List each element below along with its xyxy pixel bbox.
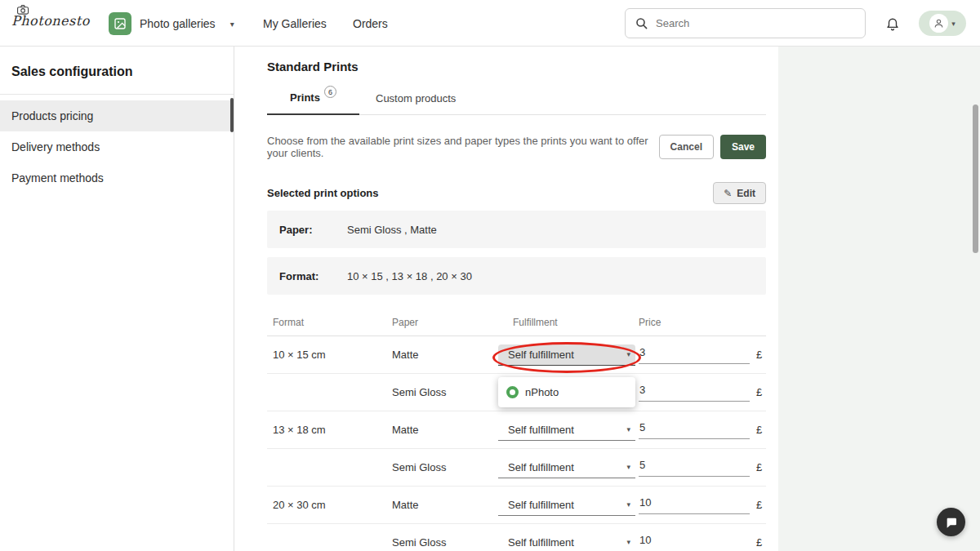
tab-custom-products-label: Custom products — [376, 92, 456, 104]
nav-orders[interactable]: Orders — [353, 17, 388, 30]
caret-down-icon: ▾ — [626, 463, 630, 471]
caret-down-icon: ▾ — [626, 350, 630, 358]
description-text: Choose from the available print sizes an… — [267, 135, 655, 159]
selected-options-header: Selected print options ✎ Edit — [267, 182, 766, 204]
tab-bar: Prints 6 Custom products — [267, 82, 766, 115]
person-icon — [933, 18, 944, 29]
fulfillment-select[interactable]: Self fulfillment ▾ — [498, 420, 635, 441]
active-item-indicator — [230, 98, 234, 132]
sidebar-item-products-pricing[interactable]: Products pricing — [0, 100, 234, 131]
paper-cell: Matte — [386, 424, 498, 436]
paper-cell: Matte — [386, 499, 498, 511]
paper-label: Paper: — [279, 224, 347, 236]
caret-down-icon: ▾ — [626, 538, 630, 546]
fulfillment-value: Self fulfillment — [508, 499, 574, 511]
fulfillment-select[interactable]: Self fulfillment ▾ — [498, 532, 635, 551]
col-header-fulfillment: Fulfillment — [498, 317, 639, 328]
edit-button[interactable]: ✎ Edit — [713, 182, 766, 204]
chevron-down-icon: ▾ — [230, 20, 234, 29]
account-menu-button[interactable]: ▾ — [919, 11, 966, 36]
nphoto-icon — [506, 386, 519, 398]
fulfillment-value: Self fulfillment — [508, 461, 574, 473]
table-row: 10 × 15 cm Matte Self fulfillment ▾ nPho… — [267, 336, 766, 374]
sidebar-item-payment-methods[interactable]: Payment methods — [0, 162, 234, 193]
controls-row: Choose from the available print sizes an… — [267, 135, 766, 159]
sidebar: Sales configuration Products pricing Del… — [0, 47, 234, 551]
currency-label: £ — [756, 536, 762, 549]
gallery-switcher[interactable]: Photo galleries ▾ — [109, 11, 234, 36]
col-header-paper: Paper — [386, 317, 498, 328]
dropdown-option-label: nPhoto — [525, 386, 559, 398]
cancel-button[interactable]: Cancel — [659, 135, 714, 159]
paper-cell: Semi Gloss — [386, 386, 498, 398]
avatar — [929, 14, 948, 33]
search-box[interactable] — [625, 8, 866, 38]
paper-summary-row: Paper: Semi Gloss , Matte — [267, 211, 766, 248]
col-header-format: Format — [267, 317, 386, 328]
fulfillment-dropdown-menu: nPhoto — [498, 377, 635, 407]
format-cell: 10 × 15 cm — [267, 349, 386, 361]
top-bar: Photonesto Photo galleries ▾ My Gallerie… — [0, 0, 980, 47]
tab-prints[interactable]: Prints 6 — [267, 82, 359, 115]
caret-down-icon: ▾ — [626, 425, 630, 433]
search-input[interactable] — [656, 17, 835, 29]
format-summary-row: Format: 10 × 15 , 13 × 18 , 20 × 30 — [267, 257, 766, 295]
fulfillment-select[interactable]: Self fulfillment ▾ — [498, 495, 635, 516]
logo-text: Photonesto — [11, 13, 90, 29]
logo[interactable]: Photonesto — [11, 4, 90, 29]
tab-count-badge: 6 — [324, 86, 336, 98]
paper-cell: Matte — [386, 349, 498, 361]
notifications-button[interactable] — [885, 16, 900, 33]
dropdown-option-nphoto[interactable]: nPhoto — [498, 377, 635, 407]
price-input[interactable]: 10 — [639, 496, 750, 514]
currency-label: £ — [756, 424, 762, 436]
chat-widget-button[interactable] — [937, 508, 965, 536]
currency-label: £ — [756, 499, 762, 511]
paper-cell: Semi Gloss — [386, 461, 498, 473]
price-input[interactable]: 10 — [639, 534, 750, 551]
table-row: Semi Gloss Self fulfillment ▾ 5 £ — [267, 449, 766, 487]
paper-cell: Semi Gloss — [386, 536, 498, 549]
table-row: Semi Gloss Self fulfillment ▾ 10 £ — [267, 524, 766, 551]
sidebar-title: Sales configuration — [0, 47, 234, 95]
fulfillment-value: Self fulfillment — [508, 349, 574, 361]
pencil-icon: ✎ — [724, 188, 732, 199]
edit-button-label: Edit — [737, 188, 755, 199]
price-input[interactable]: 5 — [639, 459, 750, 477]
chat-bubble-icon — [945, 516, 958, 529]
bell-icon — [885, 16, 900, 31]
format-value: 10 × 15 , 13 × 18 , 20 × 30 — [347, 270, 472, 282]
fulfillment-select[interactable]: Self fulfillment ▾ — [498, 344, 635, 366]
price-input[interactable]: 3 — [639, 346, 750, 364]
currency-label: £ — [756, 349, 762, 361]
format-cell: 13 × 18 cm — [267, 424, 386, 436]
currency-label: £ — [756, 461, 762, 473]
gallery-switcher-label: Photo galleries — [140, 17, 216, 30]
page-scrollbar[interactable] — [973, 104, 978, 253]
price-input[interactable]: 3 — [639, 384, 750, 402]
table-row: 13 × 18 cm Matte Self fulfillment ▾ 5 £ — [267, 411, 766, 449]
price-input[interactable]: 5 — [639, 421, 750, 439]
search-icon — [635, 17, 648, 29]
fulfillment-select[interactable]: Self fulfillment ▾ — [498, 457, 635, 478]
page-title: Standard Prints — [267, 60, 766, 73]
sidebar-menu: Products pricing Delivery methods Paymen… — [0, 95, 234, 193]
fulfillment-value: Self fulfillment — [508, 424, 574, 436]
format-cell: 20 × 30 cm — [267, 499, 386, 511]
main-content: Standard Prints Prints 6 Custom products… — [234, 47, 778, 551]
photo-galleries-icon — [109, 12, 131, 35]
chevron-down-icon: ▾ — [951, 20, 956, 28]
selected-print-options-title: Selected print options — [267, 187, 379, 199]
format-label: Format: — [279, 270, 347, 282]
nav-my-galleries[interactable]: My Galleries — [263, 17, 327, 30]
prints-table: Format Paper Fulfillment Price 10 × 15 c… — [267, 309, 766, 551]
col-header-price: Price — [639, 317, 766, 328]
paper-value: Semi Gloss , Matte — [347, 224, 437, 236]
currency-label: £ — [756, 386, 762, 398]
save-button[interactable]: Save — [720, 135, 766, 159]
sidebar-item-delivery-methods[interactable]: Delivery methods — [0, 131, 234, 162]
tab-custom-products[interactable]: Custom products — [359, 82, 472, 115]
table-header: Format Paper Fulfillment Price — [267, 309, 766, 336]
caret-down-icon: ▾ — [626, 500, 630, 509]
tab-prints-label: Prints — [290, 91, 320, 104]
